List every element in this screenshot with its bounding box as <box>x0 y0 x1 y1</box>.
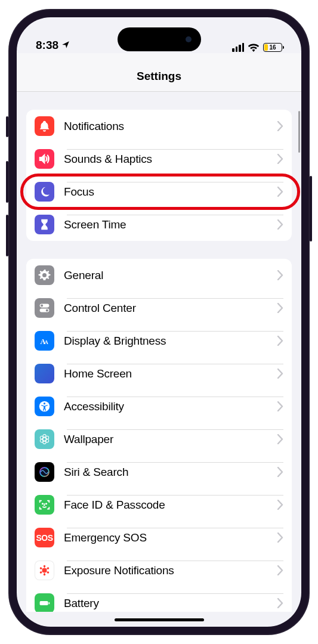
svg-line-28 <box>47 572 48 572</box>
row-label: General <box>64 269 277 282</box>
row-label: Sounds & Haptics <box>64 153 277 166</box>
svg-point-18 <box>46 503 47 504</box>
chevron-right-icon <box>277 219 283 230</box>
svg-point-19 <box>42 568 47 573</box>
dynamic-island <box>118 27 201 51</box>
row-label: Screen Time <box>64 218 277 231</box>
sos-icon: SOS <box>35 528 54 547</box>
row-faceid-passcode[interactable]: Face ID & Passcode <box>26 488 292 521</box>
svg-rect-33 <box>49 602 50 605</box>
home-indicator[interactable] <box>115 618 204 621</box>
volume-down-button <box>6 215 8 256</box>
settings-list[interactable]: Notifications Sounds & Haptics <box>17 92 301 612</box>
wifi-icon <box>248 43 260 52</box>
chevron-right-icon <box>277 154 283 164</box>
chevron-right-icon <box>277 369 283 379</box>
row-emergency-sos[interactable]: SOS Emergency SOS <box>26 521 292 554</box>
svg-line-27 <box>47 568 48 569</box>
cellular-signal-icon <box>232 43 244 52</box>
faceid-icon <box>35 495 54 515</box>
svg-text:A: A <box>45 339 49 345</box>
bell-icon <box>35 116 54 136</box>
svg-point-17 <box>42 503 43 504</box>
screen: 8:38 16 Settings <box>17 17 301 627</box>
page-title: Settings <box>17 53 301 92</box>
row-label: Emergency SOS <box>64 531 277 544</box>
settings-group-1: Notifications Sounds & Haptics <box>26 110 292 241</box>
scroll-indicator <box>298 111 300 153</box>
row-control-center[interactable]: Control Center <box>26 292 292 324</box>
svg-point-3 <box>46 309 48 311</box>
volume-up-button <box>6 161 8 203</box>
location-icon <box>61 39 70 52</box>
gear-icon <box>35 265 54 285</box>
phone-frame: 8:38 16 Settings <box>8 9 310 635</box>
svg-line-30 <box>41 572 42 572</box>
settings-group-2: General Control Center AA <box>26 259 292 612</box>
status-time: 8:38 <box>36 39 58 52</box>
chevron-right-icon <box>277 121 283 131</box>
battery-percent: 16 <box>264 44 282 51</box>
row-label: Home Screen <box>64 367 277 380</box>
row-label: Siri & Search <box>64 466 277 479</box>
front-camera <box>186 36 192 42</box>
chevron-right-icon <box>277 467 283 477</box>
battery-icon <box>35 593 54 612</box>
row-label: Control Center <box>64 302 277 315</box>
chevron-right-icon <box>277 500 283 510</box>
row-label: Battery <box>64 597 277 610</box>
wallpaper-icon <box>35 429 54 449</box>
chevron-right-icon <box>277 336 283 346</box>
chevron-right-icon <box>277 303 283 313</box>
status-time-group: 8:38 <box>36 39 70 52</box>
row-siri-search[interactable]: Siri & Search <box>26 456 292 488</box>
row-notifications[interactable]: Notifications <box>26 110 292 143</box>
svg-point-23 <box>44 574 45 575</box>
chevron-right-icon <box>277 270 283 280</box>
row-label: Display & Brightness <box>64 335 277 348</box>
row-focus[interactable]: Focus <box>26 175 292 208</box>
row-general[interactable]: General <box>26 259 292 292</box>
row-label: Accessibility <box>64 400 277 413</box>
chevron-right-icon <box>277 187 283 197</box>
mute-switch <box>6 116 8 137</box>
row-exposure-notifications[interactable]: Exposure Notifications <box>26 554 292 587</box>
speaker-icon <box>35 149 54 169</box>
row-sounds-haptics[interactable]: Sounds & Haptics <box>26 143 292 175</box>
row-display-brightness[interactable]: AA Display & Brightness <box>26 324 292 357</box>
row-screen-time[interactable]: Screen Time <box>26 208 292 241</box>
svg-line-31 <box>41 568 42 569</box>
chevron-right-icon <box>277 565 283 575</box>
row-label: Focus <box>64 185 277 199</box>
row-accessibility[interactable]: Accessibility <box>26 390 292 423</box>
row-wallpaper[interactable]: Wallpaper <box>26 423 292 456</box>
status-indicators: 16 <box>232 43 282 52</box>
chevron-right-icon <box>277 434 283 444</box>
row-label: Notifications <box>64 120 277 133</box>
svg-point-1 <box>41 305 43 307</box>
moon-icon <box>35 182 54 202</box>
home-screen-icon <box>35 364 54 383</box>
side-button <box>310 176 312 242</box>
accessibility-icon <box>35 397 54 416</box>
row-label: Face ID & Passcode <box>64 499 277 512</box>
siri-icon <box>35 462 54 482</box>
svg-rect-32 <box>40 601 48 605</box>
battery-indicator: 16 <box>263 43 282 52</box>
svg-point-20 <box>44 565 45 566</box>
chevron-right-icon <box>277 401 283 411</box>
hourglass-icon <box>35 215 54 234</box>
row-home-screen[interactable]: Home Screen <box>26 357 292 390</box>
exposure-icon <box>35 561 54 580</box>
chevron-right-icon <box>277 598 283 608</box>
svg-point-7 <box>44 402 45 404</box>
toggles-icon <box>35 298 54 318</box>
row-battery[interactable]: Battery <box>26 587 292 612</box>
text-size-icon: AA <box>35 331 54 351</box>
chevron-right-icon <box>277 532 283 543</box>
row-label: Exposure Notifications <box>64 564 277 577</box>
row-label: Wallpaper <box>64 433 277 446</box>
